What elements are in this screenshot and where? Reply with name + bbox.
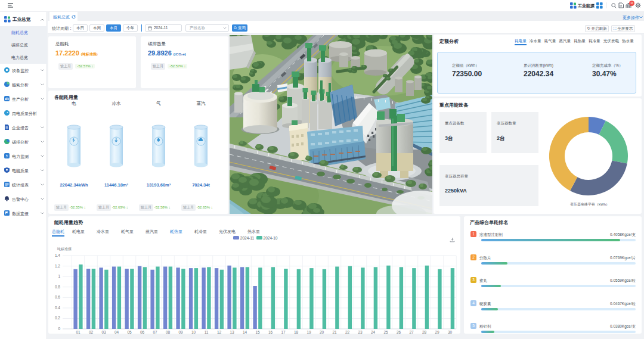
svg-text:16: 16 xyxy=(268,330,273,334)
svg-text:22: 22 xyxy=(345,330,350,334)
svg-text:23: 23 xyxy=(358,330,363,334)
svg-text:17: 17 xyxy=(281,330,286,334)
svg-text:03: 03 xyxy=(101,330,106,334)
svg-text:15: 15 xyxy=(255,330,260,334)
svg-text:10: 10 xyxy=(191,330,196,334)
svg-text:02: 02 xyxy=(89,330,94,334)
svg-text:08: 08 xyxy=(166,330,171,334)
svg-text:05: 05 xyxy=(127,330,132,334)
svg-text:29: 29 xyxy=(435,330,439,334)
svg-text:09: 09 xyxy=(178,330,183,334)
svg-text:30: 30 xyxy=(448,330,453,334)
svg-text:01: 01 xyxy=(76,330,80,334)
svg-text:25: 25 xyxy=(383,330,388,334)
svg-text:19: 19 xyxy=(306,330,311,334)
svg-text:04: 04 xyxy=(114,330,119,334)
svg-text:0.2: 0.2 xyxy=(55,316,60,320)
svg-text:12: 12 xyxy=(217,330,222,334)
svg-text:14: 14 xyxy=(243,330,247,334)
svg-text:1.2: 1.2 xyxy=(55,264,60,268)
svg-text:27: 27 xyxy=(409,330,414,334)
svg-text:0.8: 0.8 xyxy=(55,285,60,289)
svg-text:21: 21 xyxy=(332,330,337,334)
svg-text:28: 28 xyxy=(422,330,427,334)
svg-text:11: 11 xyxy=(205,330,209,334)
svg-text:20: 20 xyxy=(320,330,324,334)
svg-text:26: 26 xyxy=(397,330,401,334)
svg-text:24: 24 xyxy=(371,330,376,334)
svg-text:07: 07 xyxy=(153,330,157,334)
svg-text:06: 06 xyxy=(140,330,145,334)
svg-text:0: 0 xyxy=(58,326,60,331)
svg-text:0.4: 0.4 xyxy=(55,306,60,310)
svg-text:1.4: 1.4 xyxy=(55,253,60,257)
svg-text:18: 18 xyxy=(294,330,299,334)
svg-text:13: 13 xyxy=(230,330,234,334)
svg-text:1: 1 xyxy=(58,274,60,278)
svg-text:0.6: 0.6 xyxy=(55,295,60,299)
